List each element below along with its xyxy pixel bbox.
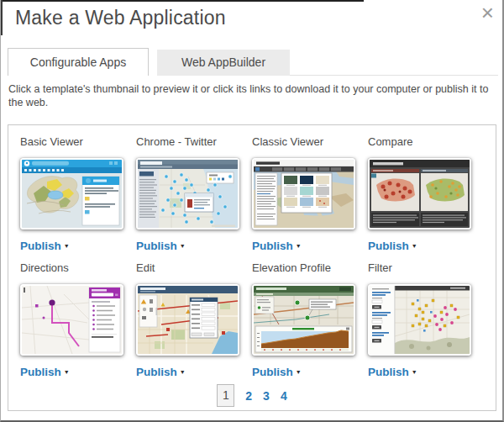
filter-thumbnail-art xyxy=(370,286,470,354)
top-edge-line xyxy=(1,0,364,2)
page-1-current[interactable]: 1 xyxy=(217,384,234,407)
page-3-link[interactable]: 3 xyxy=(263,389,270,403)
edit-thumbnail-art xyxy=(138,286,238,354)
tab-bar: Configurable Apps Web AppBuilder xyxy=(8,48,498,76)
template-card-elevation-profile: Elevation Profile xyxy=(252,256,368,379)
tab-label: Web AppBuilder xyxy=(181,55,265,69)
template-card-classic-viewer: Classic Viewer xyxy=(252,130,368,253)
caret-down-icon: ▼ xyxy=(412,369,417,375)
caret-down-icon: ▼ xyxy=(64,369,70,375)
publish-link[interactable]: Publish▼ xyxy=(368,240,417,252)
close-icon[interactable]: × xyxy=(481,2,494,24)
page-4-link[interactable]: 4 xyxy=(281,389,287,403)
template-gallery: Basic Viewer xyxy=(8,124,496,411)
dialog-title: Make a Web Application xyxy=(15,7,226,29)
publish-link[interactable]: Publish▼ xyxy=(20,240,70,252)
thumbnail-edit[interactable] xyxy=(136,284,239,356)
publish-link[interactable]: Publish▼ xyxy=(20,366,70,378)
template-card-filter: Filter xyxy=(368,256,484,379)
publish-link[interactable]: Publish▼ xyxy=(136,240,186,252)
template-card-compare: Compare xyxy=(368,130,484,253)
chrome-twitter-thumbnail-art xyxy=(138,160,238,228)
template-card-chrome-twitter: Chrome - Twitter xyxy=(136,130,252,253)
publish-link[interactable]: Publish▼ xyxy=(136,366,186,378)
directions-thumbnail-art xyxy=(22,286,122,354)
template-title: Filter xyxy=(368,261,484,275)
template-title: Compare xyxy=(368,135,484,149)
template-title: Elevation Profile xyxy=(252,261,368,275)
tab-web-appbuilder[interactable]: Web AppBuilder xyxy=(157,50,290,76)
caret-down-icon: ▼ xyxy=(412,243,417,249)
classic-viewer-thumbnail-art xyxy=(254,160,354,228)
template-title: Basic Viewer xyxy=(20,135,136,149)
tab-bar-divider xyxy=(290,50,498,76)
compare-thumbnail-art xyxy=(370,160,470,228)
publish-link[interactable]: Publish▼ xyxy=(368,366,417,378)
elevation-profile-thumbnail-art xyxy=(254,286,354,354)
basic-viewer-thumbnail-art xyxy=(22,160,122,228)
thumbnail-basic-viewer[interactable] xyxy=(20,158,123,229)
template-title: Chrome - Twitter xyxy=(136,135,252,149)
left-edge-line xyxy=(1,0,3,35)
pagination: 1 2 3 4 xyxy=(8,384,496,407)
publish-link[interactable]: Publish▼ xyxy=(252,366,302,378)
thumbnail-chrome-twitter[interactable] xyxy=(136,158,239,229)
thumbnail-compare[interactable] xyxy=(368,158,471,229)
thumbnail-filter[interactable] xyxy=(368,284,471,356)
caret-down-icon: ▼ xyxy=(180,369,186,375)
instructions-text: Click a template's thumbnail to preview … xyxy=(8,82,494,109)
publish-link[interactable]: Publish▼ xyxy=(252,240,302,252)
page-2-link[interactable]: 2 xyxy=(245,389,252,403)
thumbnail-elevation-profile[interactable] xyxy=(252,284,355,356)
caret-down-icon: ▼ xyxy=(64,243,70,249)
caret-down-icon: ▼ xyxy=(180,243,186,249)
template-card-edit: Edit xyxy=(136,256,252,379)
tab-label: Configurable Apps xyxy=(30,55,126,69)
caret-down-icon: ▼ xyxy=(296,369,302,375)
template-grid: Basic Viewer xyxy=(20,130,484,379)
thumbnail-classic-viewer[interactable] xyxy=(252,158,355,229)
thumbnail-directions[interactable] xyxy=(20,284,123,356)
tab-configurable-apps[interactable]: Configurable Apps xyxy=(8,48,149,76)
make-web-application-dialog: Make a Web Application × Configurable Ap… xyxy=(0,0,504,422)
template-title: Edit xyxy=(136,261,252,275)
template-title: Directions xyxy=(20,261,136,275)
template-title: Classic Viewer xyxy=(252,135,368,149)
template-card-directions: Directions xyxy=(20,256,136,379)
template-card-basic-viewer: Basic Viewer xyxy=(20,130,136,253)
caret-down-icon: ▼ xyxy=(296,243,302,249)
